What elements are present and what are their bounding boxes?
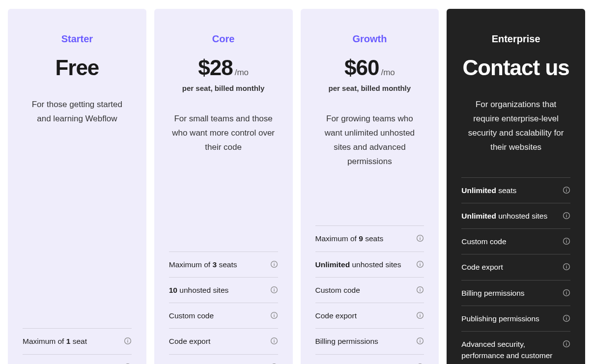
plan-name: Growth bbox=[315, 33, 424, 45]
feature-text: Code export bbox=[169, 336, 210, 347]
plan-price: Free bbox=[23, 56, 132, 80]
plan-header: EnterpriseContact usFor organizations th… bbox=[461, 33, 570, 172]
plan-price: $28/mo bbox=[169, 56, 278, 80]
plan-price-suffix: /mo bbox=[381, 68, 395, 77]
feature-text: Maximum of 1 seat bbox=[23, 336, 87, 347]
feature-row: Unlimited unhosted sites bbox=[315, 252, 424, 278]
feature-row: Maximum of 1 seat bbox=[23, 329, 132, 354]
info-icon[interactable] bbox=[270, 260, 278, 268]
feature-row: Custom code bbox=[169, 303, 278, 329]
feature-row: Code export bbox=[461, 254, 570, 280]
billing-note: per seat, billed monthly bbox=[315, 84, 424, 92]
feature-text: Billing permissions bbox=[461, 287, 524, 299]
info-icon[interactable] bbox=[563, 237, 570, 245]
feature-list: Maximum of 3 seats10 unhosted sitesCusto… bbox=[169, 252, 278, 364]
plan-description: For growing teams who want unlimited unh… bbox=[315, 112, 424, 169]
plan-description: For small teams and those who want more … bbox=[169, 112, 278, 155]
plan-price-amount: $60 bbox=[344, 56, 379, 80]
feature-row: Advanced security, performance and custo… bbox=[461, 332, 570, 364]
plan-card-enterprise: EnterpriseContact usFor organizations th… bbox=[447, 9, 585, 364]
info-icon[interactable] bbox=[270, 286, 278, 294]
info-icon[interactable] bbox=[563, 212, 570, 220]
plan-description: For those getting started and learning W… bbox=[23, 98, 132, 126]
feature-text: Maximum of 3 seats bbox=[169, 259, 237, 270]
feature-row: Publishing permissions bbox=[315, 355, 424, 364]
feature-text: Code export bbox=[315, 310, 357, 321]
info-icon[interactable] bbox=[270, 337, 278, 345]
info-icon[interactable] bbox=[270, 311, 278, 319]
plan-card-starter: StarterFreeFor those getting started and… bbox=[8, 9, 146, 364]
feature-row: 10 unhosted sites bbox=[169, 278, 278, 303]
feature-row: Billing permissions bbox=[315, 329, 424, 354]
feature-text: 10 unhosted sites bbox=[169, 284, 229, 296]
feature-list: Unlimited seatsUnlimited unhosted sitesC… bbox=[461, 177, 570, 364]
feature-row: Unlimited unhosted sites bbox=[461, 203, 570, 229]
info-icon[interactable] bbox=[563, 340, 570, 348]
info-icon[interactable] bbox=[416, 234, 424, 242]
feature-list: Maximum of 1 seat2 unhosted sites bbox=[23, 328, 132, 364]
plan-card-core: Core$28/moper seat, billed monthlyFor sm… bbox=[154, 9, 293, 364]
feature-row: Maximum of 3 seats bbox=[169, 252, 278, 278]
feature-text: Custom code bbox=[169, 310, 214, 321]
info-icon[interactable] bbox=[563, 186, 570, 194]
plan-description: For organizations that require enterpris… bbox=[461, 98, 570, 155]
plan-price: Contact us bbox=[461, 56, 570, 80]
feature-text: 2 unhosted sites bbox=[23, 362, 78, 364]
feature-text: Unlimited unhosted sites bbox=[315, 259, 401, 270]
feature-row: Maximum of 9 seats bbox=[315, 226, 424, 252]
feature-row: Billing permissions bbox=[169, 355, 278, 364]
info-icon[interactable] bbox=[416, 337, 424, 345]
feature-row: Custom code bbox=[315, 278, 424, 303]
feature-row: Code export bbox=[315, 303, 424, 329]
feature-row: Billing permissions bbox=[461, 280, 570, 306]
feature-text: Billing permissions bbox=[169, 362, 232, 364]
plan-card-growth: Growth$60/moper seat, billed monthlyFor … bbox=[301, 9, 439, 364]
plan-name: Enterprise bbox=[461, 33, 570, 45]
pricing-grid: StarterFreeFor those getting started and… bbox=[0, 0, 593, 364]
plan-header: Growth$60/moper seat, billed monthlyFor … bbox=[315, 33, 424, 187]
feature-text: Code export bbox=[461, 261, 503, 273]
billing-note: per seat, billed monthly bbox=[169, 84, 278, 92]
plan-header: Core$28/moper seat, billed monthlyFor sm… bbox=[169, 33, 278, 172]
plan-name: Core bbox=[169, 33, 278, 45]
info-icon[interactable] bbox=[416, 311, 424, 319]
feature-row: Custom code bbox=[461, 229, 570, 254]
feature-text: Custom code bbox=[461, 236, 506, 247]
feature-row: Publishing permissions bbox=[461, 306, 570, 332]
feature-row: Code export bbox=[169, 329, 278, 354]
plan-price-amount: $28 bbox=[198, 56, 232, 80]
feature-text: Unlimited seats bbox=[461, 185, 516, 196]
feature-row: Unlimited seats bbox=[461, 178, 570, 203]
feature-text: Custom code bbox=[315, 284, 360, 296]
plan-price: $60/mo bbox=[315, 56, 424, 80]
info-icon[interactable] bbox=[124, 337, 132, 345]
plan-price-amount: Contact us bbox=[462, 56, 569, 80]
plan-price-amount: Free bbox=[55, 56, 99, 80]
feature-text: Publishing permissions bbox=[315, 362, 394, 364]
info-icon[interactable] bbox=[563, 289, 570, 297]
plan-price-suffix: /mo bbox=[235, 68, 249, 77]
info-icon[interactable] bbox=[563, 263, 570, 271]
feature-text: Advanced security, performance and custo… bbox=[461, 338, 558, 364]
feature-text: Unlimited unhosted sites bbox=[461, 210, 547, 222]
feature-text: Billing permissions bbox=[315, 336, 378, 347]
feature-text: Maximum of 9 seats bbox=[315, 233, 384, 244]
feature-list: Maximum of 9 seatsUnlimited unhosted sit… bbox=[315, 225, 424, 364]
info-icon[interactable] bbox=[563, 314, 570, 322]
info-icon[interactable] bbox=[416, 286, 424, 294]
feature-row: 2 unhosted sites bbox=[23, 355, 132, 364]
feature-text: Publishing permissions bbox=[461, 313, 539, 324]
info-icon[interactable] bbox=[416, 260, 424, 268]
plan-header: StarterFreeFor those getting started and… bbox=[23, 33, 132, 168]
plan-name: Starter bbox=[23, 33, 132, 45]
